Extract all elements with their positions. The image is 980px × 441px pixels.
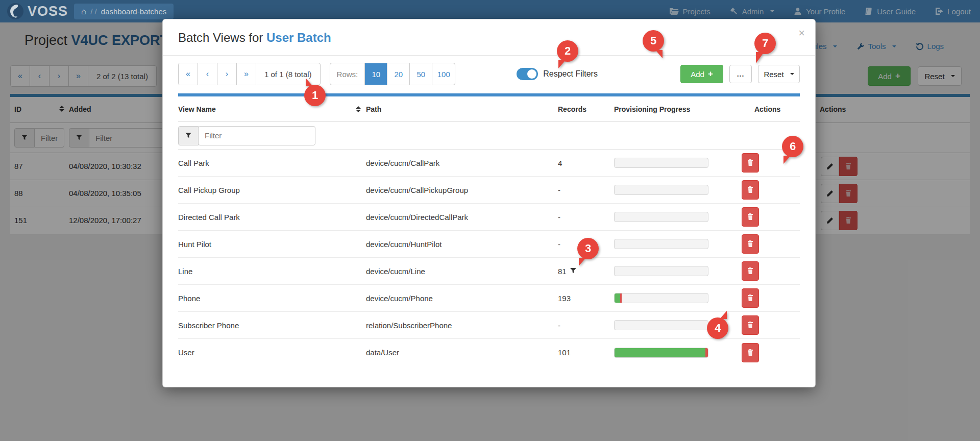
brand-name: VOSS (28, 4, 68, 19)
callout-2: 2 (557, 40, 578, 62)
column-header-progress: Provisioning Progress (614, 105, 742, 113)
plus-icon: + (708, 69, 713, 79)
modal-table-header: View Name Path Records Provisioning Prog… (178, 96, 800, 122)
table-row: Phone device/cucm/Phone 193 (178, 285, 800, 312)
table-row: Directed Call Park device/cucm/DirectedC… (178, 204, 800, 231)
provisioning-progress-bar (614, 239, 708, 249)
callout-6: 6 (782, 136, 803, 157)
nav-admin[interactable]: Admin (730, 7, 775, 16)
user-icon (794, 7, 802, 15)
folder-icon (670, 8, 679, 15)
trash-icon (747, 322, 753, 329)
sign-out-icon (935, 7, 943, 15)
nav-your-profile[interactable]: Your Profile (794, 7, 845, 16)
more-actions-button[interactable]: ... (729, 65, 752, 83)
delete-button[interactable] (742, 180, 759, 200)
trash-icon (747, 295, 753, 302)
table-row: Call Park device/cucm/CallPark 4 (178, 150, 800, 177)
table-row: Call Pickup Group device/cucm/CallPickup… (178, 177, 800, 204)
cell-records: 101 (558, 348, 614, 357)
callout-4: 4 (707, 317, 728, 339)
rows-per-page-group: Rows: 10 20 50 100 (330, 63, 456, 85)
funnel-icon[interactable] (570, 268, 577, 274)
delete-button[interactable] (742, 315, 759, 335)
trash-icon (747, 159, 753, 166)
view-name-filter-input[interactable] (198, 126, 315, 145)
provisioning-progress-bar (614, 348, 708, 358)
trash-icon (747, 213, 753, 220)
callout-3: 3 (577, 238, 599, 259)
filter-icon-button[interactable] (178, 126, 199, 145)
provisioning-progress-bar (614, 158, 708, 168)
prev-page-button[interactable]: ‹ (198, 63, 217, 85)
cell-path: device/cucm/CallPark (366, 159, 558, 167)
gavel-icon (730, 7, 738, 15)
breadcrumb-current[interactable]: dashboard-batches (101, 7, 166, 16)
provisioning-progress-bar (614, 212, 708, 222)
next-page-button[interactable]: › (217, 63, 237, 85)
modal-filter-row (178, 122, 800, 150)
nav-user-guide[interactable]: User Guide (865, 7, 916, 16)
rows-option-100[interactable]: 100 (432, 63, 455, 85)
cell-records: 81 (558, 267, 567, 276)
delete-button[interactable] (742, 234, 759, 254)
modal-toolbar: « ‹ › » 1 of 1 (8 total) Rows: 10 20 50 … (178, 63, 800, 85)
home-icon[interactable]: ⌂ (81, 7, 86, 17)
rows-option-20[interactable]: 20 (387, 63, 410, 85)
callout-7: 7 (754, 33, 776, 54)
cell-path: relation/SubscriberPhone (366, 321, 558, 330)
reset-button[interactable]: Reset (758, 65, 800, 83)
cell-records: 4 (558, 159, 614, 167)
column-header-path[interactable]: Path (366, 105, 558, 113)
provisioning-progress-bar (614, 320, 708, 330)
respect-filters-label: Respect Filters (543, 69, 598, 79)
cell-records: - (558, 321, 614, 330)
book-icon (865, 7, 873, 15)
cell-view-name: Line (178, 267, 366, 276)
delete-button[interactable] (742, 153, 759, 173)
voss-logo-icon (6, 2, 24, 20)
callout-1: 1 (304, 85, 326, 106)
nav-logout[interactable]: Logout (935, 7, 971, 16)
cell-records: 193 (558, 294, 614, 303)
cell-view-name: Phone (178, 294, 366, 303)
funnel-icon (185, 133, 192, 139)
voss-brand[interactable]: VOSS (6, 2, 68, 20)
add-button[interactable]: Add + (680, 65, 723, 83)
cell-view-name: User (178, 348, 366, 357)
modal-pagination: « ‹ › » 1 of 1 (8 total) (178, 63, 321, 85)
rows-option-50[interactable]: 50 (410, 63, 432, 85)
cell-path: device/cucm/Phone (366, 294, 558, 303)
provisioning-progress-bar (614, 293, 708, 303)
cell-view-name: Call Park (178, 159, 366, 167)
column-header-view-name[interactable]: View Name (178, 105, 216, 113)
last-page-button[interactable]: » (237, 63, 256, 85)
provisioning-progress-bar (614, 266, 708, 276)
nav-projects[interactable]: Projects (670, 7, 710, 16)
delete-button[interactable] (742, 261, 759, 281)
cell-path: device/cucm/HuntPilot (366, 240, 558, 249)
chevron-down-icon (790, 73, 794, 75)
chevron-down-icon (770, 10, 774, 12)
cell-path: device/cucm/CallPickupGroup (366, 186, 558, 194)
provisioning-progress-bar (614, 185, 708, 195)
view-name-filter-group (178, 126, 366, 145)
modal-title-batch-name: User Batch (266, 31, 331, 44)
cell-path: data/User (366, 348, 558, 357)
screen: Project V4UC EXPORT F ules Tools Logs « … (0, 0, 980, 441)
delete-button[interactable] (742, 343, 759, 362)
modal-action-buttons: Add + ... Reset (680, 65, 800, 83)
sort-icon[interactable] (356, 106, 361, 112)
respect-filters-toggle[interactable] (517, 68, 538, 80)
cell-view-name: Subscriber Phone (178, 321, 366, 330)
close-icon[interactable]: × (798, 27, 805, 40)
trash-icon (747, 349, 753, 356)
rows-option-10[interactable]: 10 (365, 63, 387, 85)
callout-5: 5 (643, 30, 664, 52)
trash-icon (747, 240, 753, 248)
first-page-button[interactable]: « (179, 63, 198, 85)
cell-path: device/cucm/DirectedCallPark (366, 213, 558, 222)
delete-button[interactable] (742, 207, 759, 227)
delete-button[interactable] (742, 288, 759, 308)
cell-path: device/cucm/Line (366, 267, 558, 276)
